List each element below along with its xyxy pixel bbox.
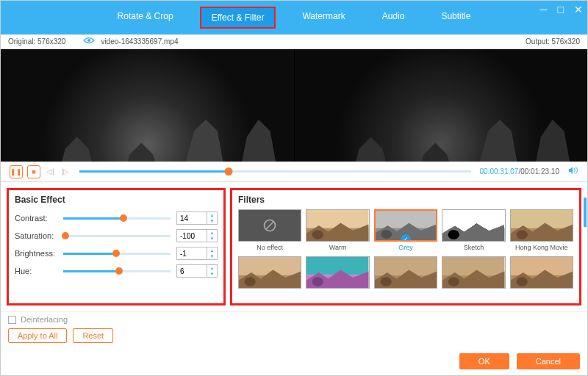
- filter-thumb-sketch[interactable]: [442, 209, 505, 242]
- deinterlacing-checkbox[interactable]: [8, 316, 16, 324]
- filter-item: Hong Kong Movie: [510, 209, 573, 252]
- filter-name-label: No effect: [257, 244, 283, 252]
- svg-point-19: [245, 278, 256, 287]
- filter-item: [374, 256, 437, 299]
- svg-point-13: [448, 231, 459, 240]
- filter-item: [306, 256, 369, 299]
- svg-point-16: [516, 231, 527, 240]
- pause-button[interactable]: ❚❚: [10, 165, 23, 178]
- svg-point-31: [516, 278, 527, 287]
- spin-up-icon[interactable]: ▲: [207, 230, 217, 236]
- filter-name-label: Warm: [329, 244, 347, 252]
- tab-subtitle[interactable]: Subtitle: [431, 7, 481, 29]
- svg-point-7: [312, 231, 323, 240]
- ok-button[interactable]: OK: [459, 353, 509, 369]
- filter-item: [238, 256, 301, 299]
- effect-value-input[interactable]: [177, 212, 207, 224]
- stop-button[interactable]: ■: [27, 165, 40, 178]
- filter-thumb-unnamed-9[interactable]: [510, 256, 573, 289]
- filter-name-label: Hong Kong Movie: [515, 244, 568, 252]
- svg-point-25: [380, 278, 391, 287]
- output-preview: [295, 49, 588, 162]
- tab-effect-filter[interactable]: Effect & Filter: [200, 7, 276, 29]
- spin-down-icon[interactable]: ▼: [207, 236, 217, 242]
- effect-slider[interactable]: [63, 253, 171, 255]
- filters-scrollbar[interactable]: [584, 198, 587, 227]
- filter-thumb-warm[interactable]: [306, 209, 369, 242]
- effect-spinbox[interactable]: ▲▼: [176, 212, 218, 225]
- svg-point-28: [448, 278, 459, 287]
- filter-thumb-unnamed-8[interactable]: [442, 256, 505, 289]
- preview-toggle-icon[interactable]: [83, 36, 95, 46]
- volume-icon[interactable]: [568, 166, 578, 177]
- tab-rotate-crop[interactable]: Rotate & Crop: [107, 7, 184, 29]
- spin-down-icon[interactable]: ▼: [207, 218, 217, 224]
- svg-point-0: [87, 39, 90, 42]
- spin-up-icon[interactable]: ▲: [207, 247, 217, 253]
- info-bar: Original: 576x320 video-1643335697.mp4 O…: [1, 35, 587, 49]
- basic-effect-row: Saturation:▲▼: [15, 227, 218, 245]
- filter-item: Sketch: [442, 209, 505, 252]
- effect-slider[interactable]: [63, 217, 171, 220]
- check-icon: ✓: [401, 234, 411, 242]
- minimize-icon[interactable]: ─: [540, 4, 548, 15]
- filter-name-label: Sketch: [464, 244, 484, 252]
- filter-item: ✓Grey: [374, 209, 437, 252]
- basic-effect-panel: Basic Effect Contrast:▲▼Saturation:▲▼Bri…: [7, 188, 226, 306]
- effect-spinbox[interactable]: ▲▼: [176, 247, 218, 260]
- effect-label: Brightness:: [15, 249, 63, 258]
- maximize-icon[interactable]: □: [558, 4, 564, 15]
- filter-item: [442, 256, 505, 299]
- prev-frame-button[interactable]: ◁|: [45, 167, 56, 176]
- bottom-bar: Deinterlacing Apply to All Reset OK Canc…: [1, 311, 587, 375]
- effect-value-input[interactable]: [177, 230, 207, 242]
- effect-label: Contrast:: [15, 214, 63, 223]
- effect-value-input[interactable]: [177, 247, 207, 259]
- svg-point-22: [312, 278, 323, 287]
- filters-title: Filters: [238, 195, 573, 205]
- window-controls: ─ □ ✕: [540, 4, 583, 15]
- original-resolution: Original: 576x320: [8, 37, 65, 46]
- tab-audio[interactable]: Audio: [372, 7, 415, 29]
- filter-thumb-unnamed-5[interactable]: [238, 256, 301, 289]
- reset-button[interactable]: Reset: [73, 328, 113, 343]
- spin-up-icon[interactable]: ▲: [207, 265, 217, 271]
- preview-panes: [1, 49, 587, 162]
- effect-label: Saturation:: [15, 231, 63, 240]
- next-frame-button[interactable]: |▷: [60, 167, 71, 176]
- filter-thumb-unnamed-7[interactable]: [374, 256, 437, 289]
- close-icon[interactable]: ✕: [574, 4, 583, 15]
- spin-down-icon[interactable]: ▼: [207, 253, 217, 259]
- main-tabs: Rotate & Crop Effect & Filter Watermark …: [1, 7, 587, 29]
- filters-panel: Filters No effectWarm✓GreySketchHong Kon…: [230, 188, 581, 306]
- original-preview: [1, 49, 294, 162]
- svg-point-10: [381, 230, 392, 239]
- cancel-button[interactable]: Cancel: [517, 353, 580, 369]
- transport-bar: ❚❚ ■ ◁| |▷ 00:00:31.07/00:01:23.10: [1, 162, 587, 183]
- spin-down-icon[interactable]: ▼: [207, 271, 217, 277]
- effect-spinbox[interactable]: ▲▼: [176, 264, 218, 278]
- seek-slider[interactable]: [79, 170, 470, 173]
- time-display: 00:00:31.07/00:01:23.10: [480, 167, 559, 176]
- basic-effect-title: Basic Effect: [15, 195, 218, 205]
- deinterlacing-row: Deinterlacing: [8, 315, 580, 324]
- filter-thumb-no-effect[interactable]: [238, 209, 301, 242]
- filter-name-label: Grey: [398, 244, 413, 252]
- svg-line-4: [266, 222, 273, 229]
- spin-up-icon[interactable]: ▲: [207, 212, 217, 218]
- filter-thumb-unnamed-6[interactable]: [306, 256, 369, 289]
- apply-to-all-button[interactable]: Apply to All: [8, 328, 67, 343]
- effect-slider[interactable]: [63, 235, 171, 237]
- filename-label: video-1643335697.mp4: [95, 32, 526, 51]
- deinterlacing-label: Deinterlacing: [21, 315, 68, 324]
- filter-thumb-hong-kong-movie[interactable]: [510, 209, 573, 242]
- basic-effect-row: Contrast:▲▼: [15, 209, 218, 227]
- effect-slider[interactable]: [63, 270, 171, 272]
- titlebar: Rotate & Crop Effect & Filter Watermark …: [1, 1, 587, 35]
- tab-watermark[interactable]: Watermark: [292, 7, 355, 29]
- effect-spinbox[interactable]: ▲▼: [176, 229, 218, 242]
- effect-label: Hue:: [15, 267, 63, 275]
- filter-thumb-grey[interactable]: ✓: [374, 209, 437, 242]
- effect-value-input[interactable]: [177, 265, 207, 277]
- filter-item: Warm: [306, 209, 369, 252]
